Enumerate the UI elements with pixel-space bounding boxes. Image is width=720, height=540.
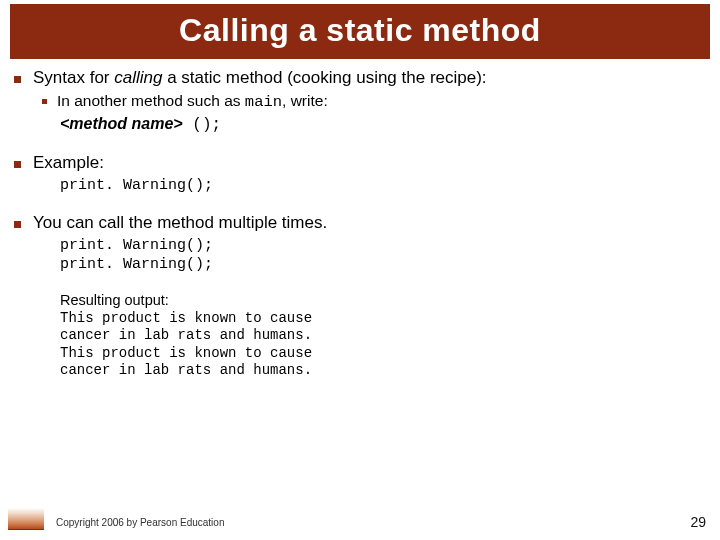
bullet-icon	[14, 161, 21, 168]
code-inline: main	[245, 93, 282, 111]
bullet-1-sub-text: In another method such as main, write:	[57, 91, 328, 112]
text-italic: calling	[114, 68, 162, 87]
result-block: Resulting output: This product is known …	[60, 291, 706, 380]
footer-decoration	[8, 508, 44, 530]
syntax-call: ();	[183, 116, 221, 134]
syntax-line: <method name> ();	[60, 114, 706, 136]
bullet-2: Example:	[14, 152, 706, 174]
bullet-3: You can call the method multiple times.	[14, 212, 706, 234]
example-code: print. Warning();	[60, 176, 706, 196]
bullet-icon	[14, 76, 21, 83]
footer: Copyright 2006 by Pearson Education 29	[0, 510, 720, 530]
bullet-icon	[14, 221, 21, 228]
title-bar: Calling a static method	[10, 4, 710, 59]
bullet-1: Syntax for calling a static method (cook…	[14, 67, 706, 89]
slide-content: Syntax for calling a static method (cook…	[0, 59, 720, 380]
slide-title: Calling a static method	[10, 12, 710, 49]
text: In another method such as	[57, 92, 245, 109]
bullet-1-text: Syntax for calling a static method (cook…	[33, 67, 487, 89]
bullet-2-label: Example:	[33, 152, 104, 174]
bullet-icon	[42, 99, 47, 104]
text: , write:	[282, 92, 328, 109]
result-label: Resulting output:	[60, 291, 706, 310]
bullet-1-sub: In another method such as main, write:	[14, 91, 706, 112]
copyright: Copyright 2006 by Pearson Education	[56, 517, 224, 528]
result-output: This product is known to cause cancer in…	[60, 310, 706, 380]
bullet-3-label: You can call the method multiple times.	[33, 212, 327, 234]
text: Syntax for	[33, 68, 114, 87]
multiple-call-code: print. Warning(); print. Warning();	[60, 236, 706, 275]
text: a static method (cooking using the recip…	[162, 68, 486, 87]
page-number: 29	[690, 514, 706, 530]
syntax-placeholder: <method name>	[60, 115, 183, 132]
